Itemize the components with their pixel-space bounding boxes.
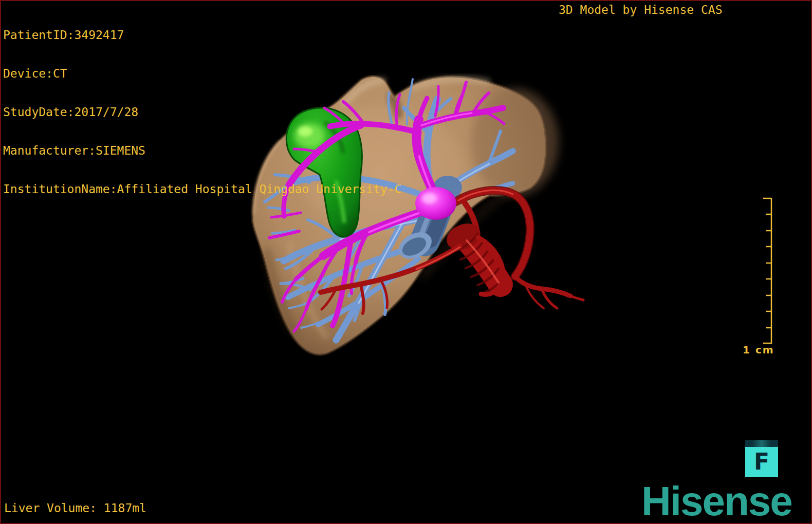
patient-info-block: PatientID:3492417 Device:CT StudyDate:20… (3, 3, 401, 221)
scale-bar: 1 cm (743, 198, 774, 356)
scale-bar-label: 1 cm (743, 344, 774, 356)
orientation-marker-cube[interactable]: F (745, 440, 778, 477)
orientation-letter: F (745, 447, 778, 477)
portal-confluence-bulb (415, 187, 456, 220)
orientation-cube-top-face (745, 440, 778, 447)
device-text: Device:CT (3, 67, 401, 80)
manufacturer-text: Manufacturer:SIEMENS (3, 144, 401, 157)
patient-id-text: PatientID:3492417 (3, 29, 401, 42)
viewer-window: 1 cm PatientID:3492417 Device:CT StudyDa… (0, 0, 812, 524)
liver-volume-text: Liver Volume: 1187ml (4, 502, 146, 515)
hisense-logo: Hisense (641, 481, 792, 522)
study-date-text: StudyDate:2017/7/28 (3, 106, 401, 119)
watermark-text: 3D Model by Hisense CAS (559, 4, 723, 16)
institution-text: InstitutionName:Affiliated Hospital Qing… (3, 183, 401, 196)
